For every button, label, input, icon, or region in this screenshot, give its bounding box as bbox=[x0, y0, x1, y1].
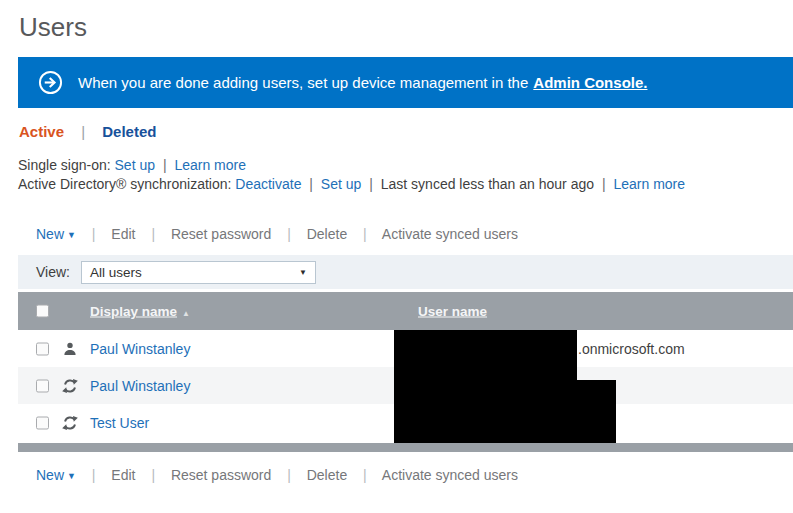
table-header: Display name▲ User name bbox=[18, 292, 793, 330]
reset-password-button[interactable]: Reset password bbox=[171, 467, 271, 483]
user-status-tabs: Active | Deleted bbox=[19, 123, 156, 140]
separator: | bbox=[151, 467, 155, 483]
device-management-banner: When you are done adding users, set up d… bbox=[18, 57, 793, 108]
ad-sync-learn-more-link[interactable]: Learn more bbox=[613, 176, 685, 192]
arrow-right-circle-icon bbox=[38, 70, 63, 95]
display-name-header-label: Display name bbox=[90, 304, 177, 319]
tab-active[interactable]: Active bbox=[19, 123, 64, 140]
user-display-name-link[interactable]: Paul Winstanley bbox=[90, 341, 190, 357]
sort-ascending-icon: ▲ bbox=[182, 309, 190, 318]
column-header-display-name[interactable]: Display name▲ bbox=[90, 304, 190, 319]
sync-icon bbox=[62, 378, 78, 394]
new-button-label: New bbox=[36, 467, 64, 483]
separator: | bbox=[363, 226, 367, 242]
separator: | bbox=[363, 467, 367, 483]
separator: | bbox=[92, 226, 96, 242]
new-button[interactable]: New▼ bbox=[36, 226, 76, 242]
toolbar-bottom: New▼ | Edit | Reset password | Delete | … bbox=[36, 467, 518, 483]
ad-sync-status: Last synced less than an hour ago bbox=[381, 176, 594, 192]
row-checkbox[interactable] bbox=[36, 342, 49, 355]
separator: | bbox=[92, 467, 96, 483]
separator: | bbox=[151, 226, 155, 242]
row-checkbox[interactable] bbox=[36, 379, 49, 392]
ad-sync-label: Active Directory® synchronization: bbox=[18, 176, 231, 192]
view-select[interactable]: All users ▼ bbox=[81, 261, 316, 284]
ad-sync-deactivate-link[interactable]: Deactivate bbox=[235, 176, 301, 192]
view-select-value: All users bbox=[90, 265, 142, 280]
activate-synced-users-button[interactable]: Activate synced users bbox=[382, 467, 518, 483]
sso-set-up-link[interactable]: Set up bbox=[115, 157, 155, 173]
toolbar-top: New▼ | Edit | Reset password | Delete | … bbox=[36, 226, 518, 242]
tab-deleted[interactable]: Deleted bbox=[102, 123, 156, 140]
horizontal-scrollbar[interactable] bbox=[18, 443, 793, 452]
users-admin-page: Users When you are done adding users, se… bbox=[0, 0, 793, 513]
banner-message: When you are done adding users, set up d… bbox=[78, 74, 528, 91]
separator: | bbox=[602, 176, 606, 192]
separator: | bbox=[287, 226, 291, 242]
tab-separator: | bbox=[81, 123, 85, 140]
separator: | bbox=[309, 176, 313, 192]
row-checkbox[interactable] bbox=[36, 416, 49, 429]
sso-learn-more-link[interactable]: Learn more bbox=[174, 157, 246, 173]
ad-sync-set-up-link[interactable]: Set up bbox=[321, 176, 361, 192]
redaction-box bbox=[394, 330, 577, 381]
edit-button[interactable]: Edit bbox=[111, 226, 135, 242]
sync-icon bbox=[62, 415, 78, 431]
delete-button[interactable]: Delete bbox=[307, 226, 347, 242]
ad-sync-line: Active Directory® synchronization: Deact… bbox=[18, 176, 685, 192]
chevron-down-icon: ▼ bbox=[299, 268, 307, 277]
edit-button[interactable]: Edit bbox=[111, 467, 135, 483]
new-button[interactable]: New▼ bbox=[36, 467, 76, 483]
single-sign-on-line: Single sign-on: Set up | Learn more bbox=[18, 157, 246, 173]
view-label: View: bbox=[36, 264, 70, 280]
user-name-suffix: .onmicrosoft.com bbox=[578, 341, 685, 357]
separator: | bbox=[287, 467, 291, 483]
user-display-name-link[interactable]: Paul Winstanley bbox=[90, 378, 190, 394]
chevron-down-icon: ▼ bbox=[67, 230, 76, 240]
view-filter-bar: View: All users ▼ bbox=[18, 255, 793, 289]
separator: | bbox=[163, 157, 167, 173]
sso-label: Single sign-on: bbox=[18, 157, 111, 173]
separator: | bbox=[369, 176, 373, 192]
column-header-user-name[interactable]: User name bbox=[418, 304, 487, 319]
chevron-down-icon: ▼ bbox=[67, 471, 76, 481]
person-icon bbox=[62, 341, 78, 357]
activate-synced-users-button[interactable]: Activate synced users bbox=[382, 226, 518, 242]
select-all-checkbox[interactable] bbox=[36, 305, 49, 318]
page-title: Users bbox=[19, 12, 87, 43]
reset-password-button[interactable]: Reset password bbox=[171, 226, 271, 242]
delete-button[interactable]: Delete bbox=[307, 467, 347, 483]
admin-console-link[interactable]: Admin Console. bbox=[533, 74, 647, 91]
user-display-name-link[interactable]: Test User bbox=[90, 415, 149, 431]
redaction-box bbox=[394, 380, 616, 446]
new-button-label: New bbox=[36, 226, 64, 242]
